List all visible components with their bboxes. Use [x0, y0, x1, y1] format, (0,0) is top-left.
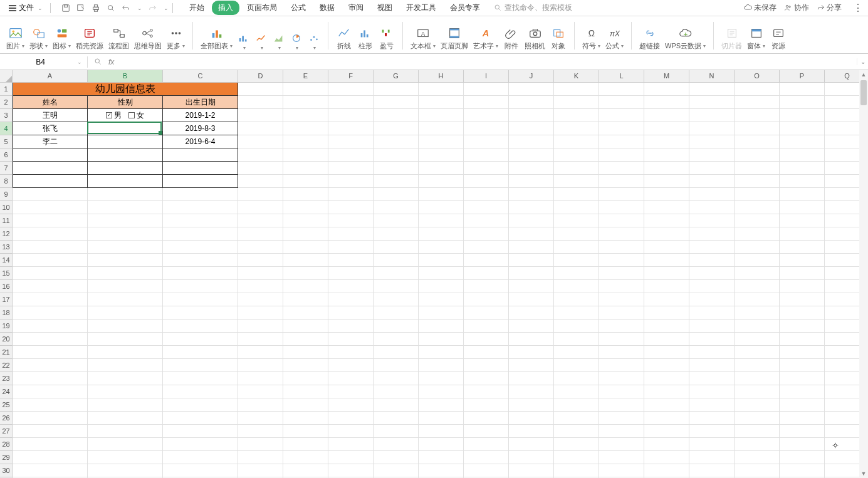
cell[interactable]: [599, 385, 644, 398]
cells-area[interactable]: 幼儿园信息表姓名性别出生日期王明✓男 女2019-1-2张飞2019-8-3李二…: [13, 83, 859, 478]
col-header-J[interactable]: J: [509, 70, 554, 83]
cell[interactable]: [780, 359, 825, 372]
cell[interactable]: [283, 372, 328, 385]
share-button[interactable]: 分享: [817, 3, 842, 13]
cell[interactable]: [689, 241, 735, 254]
cell[interactable]: [464, 162, 509, 175]
cell[interactable]: [644, 122, 689, 135]
cell[interactable]: [283, 464, 328, 477]
cell[interactable]: [689, 346, 735, 359]
cell[interactable]: [644, 83, 689, 96]
cell[interactable]: [735, 175, 780, 188]
cell[interactable]: [644, 451, 689, 464]
cell[interactable]: [283, 175, 328, 188]
docer-button[interactable]: 稻壳资源: [75, 25, 105, 53]
cell[interactable]: [554, 214, 599, 227]
cell[interactable]: [283, 96, 328, 109]
cell[interactable]: [163, 267, 238, 280]
cell[interactable]: [238, 333, 283, 346]
row-header-28[interactable]: 28: [0, 438, 13, 451]
cell[interactable]: [644, 96, 689, 109]
cell[interactable]: [163, 162, 238, 175]
cell[interactable]: [163, 359, 238, 372]
cell[interactable]: [13, 241, 88, 254]
cell[interactable]: [644, 372, 689, 385]
cell[interactable]: [554, 333, 599, 346]
cell[interactable]: [88, 148, 163, 162]
cell[interactable]: [88, 372, 163, 385]
cell[interactable]: [689, 464, 735, 477]
resource-button[interactable]: 资源: [769, 25, 788, 53]
cell[interactable]: [735, 306, 780, 320]
chevron-down-icon[interactable]: ⌄: [137, 5, 142, 11]
small-chart-3[interactable]: ▾: [271, 31, 286, 53]
cell[interactable]: [374, 148, 419, 162]
row-header-17[interactable]: 17: [0, 293, 13, 306]
col-header-G[interactable]: G: [374, 70, 419, 83]
cell[interactable]: [689, 148, 735, 162]
cell[interactable]: [13, 188, 88, 201]
cell[interactable]: [374, 241, 419, 254]
col-header-D[interactable]: D: [238, 70, 283, 83]
row-header-21[interactable]: 21: [0, 346, 13, 359]
cell[interactable]: [554, 385, 599, 398]
cell[interactable]: 张飞: [13, 122, 88, 135]
cell[interactable]: [509, 464, 554, 477]
cell[interactable]: [464, 188, 509, 201]
cell[interactable]: [419, 412, 464, 425]
cell[interactable]: [13, 372, 88, 385]
col-header-O[interactable]: O: [735, 70, 780, 83]
coop-button[interactable]: 协作: [784, 3, 809, 13]
cell[interactable]: [328, 306, 374, 320]
cell[interactable]: [780, 162, 825, 175]
cell[interactable]: [689, 254, 735, 267]
tab-insert[interactable]: 插入: [212, 1, 239, 15]
cell[interactable]: [554, 280, 599, 293]
cell[interactable]: [735, 201, 780, 214]
cell[interactable]: [599, 438, 644, 451]
cell[interactable]: [554, 372, 599, 385]
cell[interactable]: [328, 280, 374, 293]
cell[interactable]: [13, 162, 88, 175]
cell[interactable]: [464, 83, 509, 96]
cell[interactable]: [88, 412, 163, 425]
cell[interactable]: [13, 412, 88, 425]
cell[interactable]: [599, 425, 644, 438]
cell[interactable]: [644, 201, 689, 214]
col-header-B[interactable]: B: [88, 70, 163, 83]
cell[interactable]: [283, 306, 328, 320]
cell[interactable]: [13, 306, 88, 320]
cell[interactable]: [419, 359, 464, 372]
cell[interactable]: [328, 227, 374, 241]
cell[interactable]: [13, 320, 88, 333]
cell[interactable]: [464, 227, 509, 241]
cell[interactable]: [780, 135, 825, 148]
cell[interactable]: [419, 122, 464, 135]
cell[interactable]: [644, 267, 689, 280]
cell[interactable]: [374, 359, 419, 372]
cell[interactable]: [644, 148, 689, 162]
cell[interactable]: [419, 385, 464, 398]
cell[interactable]: [780, 333, 825, 346]
cell[interactable]: [599, 109, 644, 122]
object-button[interactable]: 对象: [549, 25, 568, 53]
cell[interactable]: [283, 267, 328, 280]
cell[interactable]: [735, 109, 780, 122]
cell[interactable]: [238, 267, 283, 280]
cell[interactable]: [599, 148, 644, 162]
col-header-C[interactable]: C: [163, 70, 238, 83]
cell[interactable]: [419, 306, 464, 320]
cell[interactable]: [554, 359, 599, 372]
cell[interactable]: [419, 175, 464, 188]
cell[interactable]: [599, 83, 644, 96]
cell[interactable]: [644, 135, 689, 148]
cell[interactable]: [328, 385, 374, 398]
cell[interactable]: [644, 162, 689, 175]
cell[interactable]: [88, 306, 163, 320]
cell[interactable]: [374, 412, 419, 425]
row-header-22[interactable]: 22: [0, 359, 13, 372]
cell[interactable]: [163, 385, 238, 398]
cell[interactable]: [88, 227, 163, 241]
window-button[interactable]: 窗体▾: [746, 25, 766, 53]
vertical-scrollbar[interactable]: ▲ ▼: [859, 70, 868, 478]
